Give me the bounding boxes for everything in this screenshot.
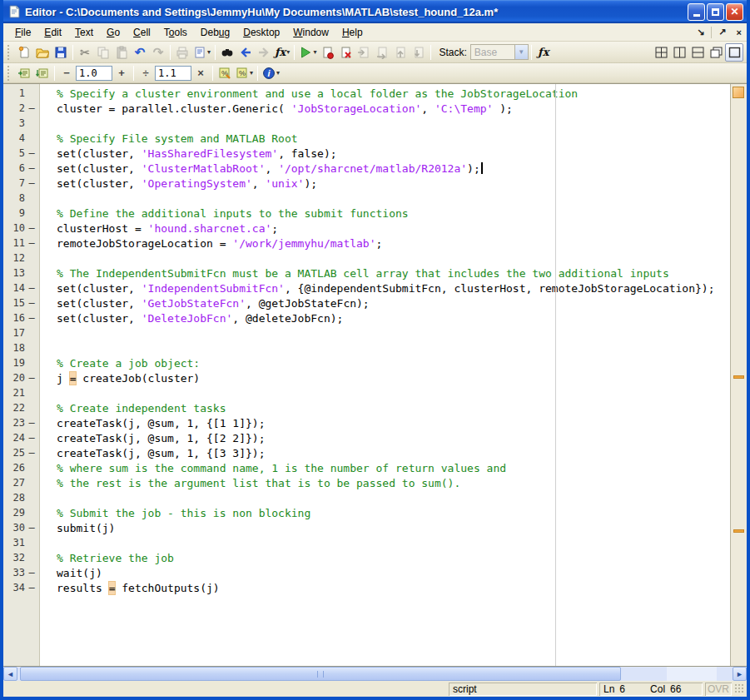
minimize-button[interactable]: [688, 3, 705, 21]
gutter-line-6[interactable]: 6–: [3, 162, 39, 177]
resize-grip[interactable]: [735, 684, 745, 694]
code-line-23[interactable]: createTask(j, @sum, 1, {[1 1]});: [57, 417, 730, 432]
print-button[interactable]: [173, 43, 191, 62]
menu-cell[interactable]: Cell: [127, 25, 157, 40]
scrollbar-thumb[interactable]: [20, 667, 621, 681]
gutter-line-29[interactable]: 29: [3, 507, 39, 522]
layout-maximized-button[interactable]: [725, 43, 743, 62]
code-line-7[interactable]: set(cluster, 'OperatingSystem', 'unix');: [57, 177, 730, 192]
menu-window[interactable]: Window: [286, 25, 335, 40]
evaluate-cell-button[interactable]: %: [216, 64, 234, 82]
code-line-29[interactable]: % Submit the job - this is non blocking: [57, 507, 730, 522]
code-line-1[interactable]: % Specify a cluster environment and use …: [57, 87, 730, 102]
cell-help-button[interactable]: i▾: [261, 64, 281, 82]
code-line-19[interactable]: % Create a job object:: [57, 357, 730, 372]
layout-split-vertical-button[interactable]: [670, 43, 688, 62]
gutter-line-8[interactable]: 8: [3, 192, 39, 207]
code-line-15[interactable]: set(cluster, 'GetJobStateFcn', @getJobSt…: [57, 297, 730, 312]
dock-icon[interactable]: ↘: [692, 27, 709, 37]
code-line-3[interactable]: [57, 117, 730, 132]
menu-help[interactable]: Help: [335, 25, 370, 40]
gutter-line-16[interactable]: 16–: [3, 312, 39, 327]
menu-desktop[interactable]: Desktop: [236, 25, 286, 40]
increase-value-button[interactable]: +: [112, 64, 131, 82]
code-line-30[interactable]: submit(j): [57, 522, 730, 537]
copy-button[interactable]: [94, 43, 112, 62]
layout-grid-button[interactable]: [652, 43, 670, 62]
go-forward-button[interactable]: [255, 43, 273, 62]
step-in-button[interactable]: [355, 43, 373, 62]
title-bar[interactable]: Editor - C:\Documents and Settings\Jemmy…: [3, 0, 747, 23]
gutter-line-27[interactable]: 27: [3, 477, 39, 492]
gutter-line-26[interactable]: 26: [3, 462, 39, 477]
code-line-28[interactable]: [57, 492, 730, 507]
menu-edit[interactable]: Edit: [37, 25, 68, 40]
set-clear-breakpoint-button[interactable]: [318, 43, 336, 62]
code-line-17[interactable]: [57, 327, 730, 342]
code-line-18[interactable]: [57, 342, 730, 357]
gutter-line-4[interactable]: 4: [3, 132, 39, 147]
code-line-13[interactable]: % The IndependentSubmitFcn must be a MAT…: [57, 267, 730, 282]
mlint-warning-marker-1[interactable]: [733, 375, 744, 379]
code-line-6[interactable]: set(cluster, 'ClusterMatlabRoot', '/opt/…: [57, 162, 730, 177]
find-button[interactable]: [218, 43, 236, 62]
decrease-value-button[interactable]: −: [57, 64, 76, 82]
gutter-line-15[interactable]: 15–: [3, 297, 39, 312]
divide-value-button[interactable]: ÷: [137, 64, 155, 82]
gutter-line-28[interactable]: 28: [3, 492, 39, 507]
horizontal-scrollbar[interactable]: ◄ ►: [3, 666, 747, 681]
code-line-14[interactable]: set(cluster, 'IndependentSubmitFcn', {@i…: [57, 282, 730, 297]
gutter-line-31[interactable]: 31: [3, 537, 39, 552]
layout-split-horizontal-button[interactable]: [688, 43, 707, 62]
gutter-line-10[interactable]: 10–: [3, 222, 39, 237]
code-line-11[interactable]: remoteJobStorageLocation = '/work/jemmyh…: [57, 237, 730, 252]
redo-button[interactable]: ↷: [149, 43, 167, 62]
cell-value-1-input[interactable]: [76, 66, 112, 81]
gutter-line-22[interactable]: 22: [3, 402, 39, 417]
insert-cell-below-button[interactable]: [33, 64, 52, 82]
stack-combobox[interactable]: Base▼: [470, 44, 529, 60]
code-line-27[interactable]: % the rest is the argument list that is …: [57, 477, 730, 492]
gutter-line-33[interactable]: 33–: [3, 567, 39, 582]
gutter-line-24[interactable]: 24–: [3, 432, 39, 447]
close-document-icon[interactable]: ×: [732, 27, 747, 37]
menu-tools[interactable]: Tools: [157, 25, 194, 40]
open-file-button[interactable]: [33, 43, 52, 62]
mlint-indicator[interactable]: [733, 87, 744, 98]
run-button[interactable]: ▾: [297, 43, 318, 62]
gutter-line-32[interactable]: 32: [3, 552, 39, 567]
gutter-line-1[interactable]: 1: [3, 87, 39, 102]
toolbar-grip[interactable]: [7, 66, 12, 81]
gutter-line-12[interactable]: 12: [3, 252, 39, 267]
paste-button[interactable]: [112, 43, 131, 62]
cell-value-2-input[interactable]: [155, 66, 191, 81]
gutter-line-30[interactable]: 30–: [3, 522, 39, 537]
code-line-8[interactable]: [57, 192, 730, 207]
gutter-line-25[interactable]: 25–: [3, 447, 39, 462]
evaluate-cell-advance-button[interactable]: %▾: [234, 64, 255, 82]
gutter-line-21[interactable]: 21: [3, 387, 39, 402]
gutter-line-3[interactable]: 3: [3, 117, 39, 132]
code-area[interactable]: % Specify a cluster environment and use …: [40, 84, 730, 666]
maximize-button[interactable]: [707, 3, 724, 21]
gutter-line-17[interactable]: 17: [3, 327, 39, 342]
code-line-16[interactable]: set(cluster, 'DeleteJobFcn', @deleteJobF…: [57, 312, 730, 327]
function-browser-button[interactable]: ƒx▾: [273, 43, 291, 62]
menu-go[interactable]: Go: [100, 25, 127, 40]
code-line-34[interactable]: results = fetchOutputs(j): [57, 582, 730, 597]
go-back-button[interactable]: [236, 43, 255, 62]
step-button[interactable]: [373, 43, 391, 62]
scroll-right-button[interactable]: ►: [733, 667, 747, 681]
clear-all-breakpoints-button[interactable]: [336, 43, 355, 62]
toolbar-grip[interactable]: [7, 45, 12, 60]
run-to-cursor-button[interactable]: [410, 43, 428, 62]
code-line-31[interactable]: [57, 537, 730, 552]
code-line-32[interactable]: % Retrieve the job: [57, 552, 730, 567]
code-line-21[interactable]: [57, 387, 730, 402]
layout-float-button[interactable]: [707, 43, 725, 62]
undo-button[interactable]: ↶: [131, 43, 149, 62]
gutter-line-18[interactable]: 18: [3, 342, 39, 357]
code-line-26[interactable]: % where sum is the command name, 1 is th…: [57, 462, 730, 477]
gutter-line-20[interactable]: 20–: [3, 372, 39, 387]
code-line-4[interactable]: % Specify File system and MATLAB Root: [57, 132, 730, 147]
